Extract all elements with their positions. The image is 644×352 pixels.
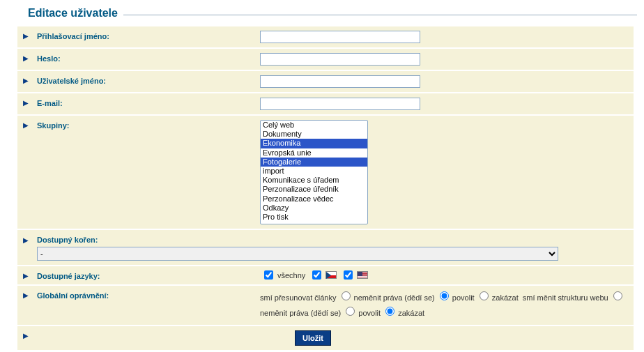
header-divider — [123, 15, 637, 15]
groups-option[interactable]: Pro tisk — [261, 213, 367, 222]
row-email: ▶ E-mail: — [17, 93, 634, 114]
groups-option[interactable]: Perzonalizace úředník — [261, 185, 367, 194]
page-title: Editace uživatele — [7, 7, 123, 20]
groups-option[interactable]: import — [261, 167, 367, 176]
groups-option[interactable]: Evropská unie — [261, 148, 367, 158]
groups-option[interactable]: Perzonalizace vědec — [261, 194, 367, 204]
username-input[interactable] — [260, 75, 420, 88]
groups-option[interactable]: Ekonomika — [261, 139, 367, 148]
lang-all-checkbox[interactable] — [264, 270, 273, 280]
row-login: ▶ Přihlašovací jméno: — [17, 26, 634, 47]
perm-struct-allow-radio[interactable] — [346, 307, 355, 316]
lang-us-checkbox[interactable] — [344, 270, 353, 280]
row-password: ▶ Heslo: — [17, 49, 634, 70]
perm-move-deny-radio[interactable] — [480, 291, 489, 300]
root-select[interactable]: - — [37, 247, 558, 261]
label-groups: Skupiny: — [37, 120, 260, 130]
groups-select[interactable]: Celý webDokumentyEkonomikaEvropská unieF… — [260, 120, 368, 224]
chevron-right-icon: ▶ — [23, 270, 37, 280]
row-languages: ▶ Dostupné jazyky: všechny — [17, 266, 634, 284]
perm-move-line: smí přesunovat články neměnit práva (děd… — [260, 290, 628, 321]
perm-move-inherit-radio[interactable] — [342, 291, 351, 300]
perm-move-label: smí přesunovat články — [260, 293, 336, 302]
row-permissions: ▶ Globální oprávnění: smí přesunovat člá… — [17, 286, 634, 325]
perm-struct-deny-radio[interactable] — [385, 307, 394, 316]
label-permissions: Globální oprávnění: — [37, 290, 260, 300]
label-email: E-mail: — [37, 98, 260, 107]
email-input[interactable] — [260, 98, 420, 110]
lang-cz-checkbox[interactable] — [312, 270, 321, 280]
chevron-right-icon: ▶ — [23, 330, 37, 346]
perm-move-allow-radio[interactable] — [440, 291, 449, 300]
perm-allow-label: povolit — [452, 293, 475, 302]
label-password: Heslo: — [37, 53, 260, 63]
save-button[interactable]: Uložit — [295, 330, 331, 346]
perm-allow-label2: povolit — [358, 309, 381, 317]
chevron-right-icon: ▶ — [23, 120, 37, 129]
perm-inherit-label2: neměnit práva (dědí se) — [260, 309, 341, 317]
label-languages: Dostupné jazyky: — [37, 270, 260, 280]
lang-all-label: všechny — [277, 271, 305, 280]
groups-option[interactable]: Odkazy — [261, 204, 367, 213]
chevron-right-icon: ▶ — [23, 75, 37, 84]
flag-us-icon — [357, 271, 368, 279]
chevron-right-icon: ▶ — [23, 235, 37, 244]
perm-struct-inherit-radio[interactable] — [613, 291, 622, 300]
label-login: Přihlašovací jméno: — [37, 31, 260, 40]
login-input[interactable] — [260, 31, 420, 43]
page-header: Editace uživatele — [7, 7, 637, 20]
chevron-right-icon: ▶ — [23, 31, 37, 40]
groups-option[interactable]: Komunikace s úřadem — [261, 176, 367, 185]
perm-deny-label: zakázat — [492, 293, 519, 302]
perm-inherit-label: neměnit práva (dědí se) — [354, 293, 435, 302]
row-submit: ▶ Uložit — [17, 326, 634, 350]
chevron-right-icon: ▶ — [23, 290, 37, 299]
groups-option[interactable]: Dokumenty — [261, 130, 367, 139]
label-root: Dostupný kořen: — [37, 234, 628, 244]
user-edit-form: ▶ Přihlašovací jméno: ▶ Heslo: ▶ Uživate… — [17, 26, 634, 350]
perm-deny-label2: zakázat — [398, 309, 424, 317]
perm-struct-label: smí měnit strukturu webu — [523, 293, 608, 302]
row-root: ▶ Dostupný kořen: - — [17, 230, 634, 265]
flag-cz-icon — [325, 271, 337, 279]
groups-option[interactable]: Celý web — [261, 121, 367, 130]
row-groups: ▶ Skupiny: Celý webDokumentyEkonomikaEvr… — [17, 116, 634, 229]
chevron-right-icon: ▶ — [23, 98, 37, 107]
groups-option[interactable]: Fotogalerie — [261, 158, 367, 167]
chevron-right-icon: ▶ — [23, 53, 37, 62]
row-username: ▶ Uživatelské jméno: — [17, 71, 634, 92]
label-username: Uživatelské jméno: — [37, 75, 260, 85]
password-input[interactable] — [260, 53, 420, 66]
